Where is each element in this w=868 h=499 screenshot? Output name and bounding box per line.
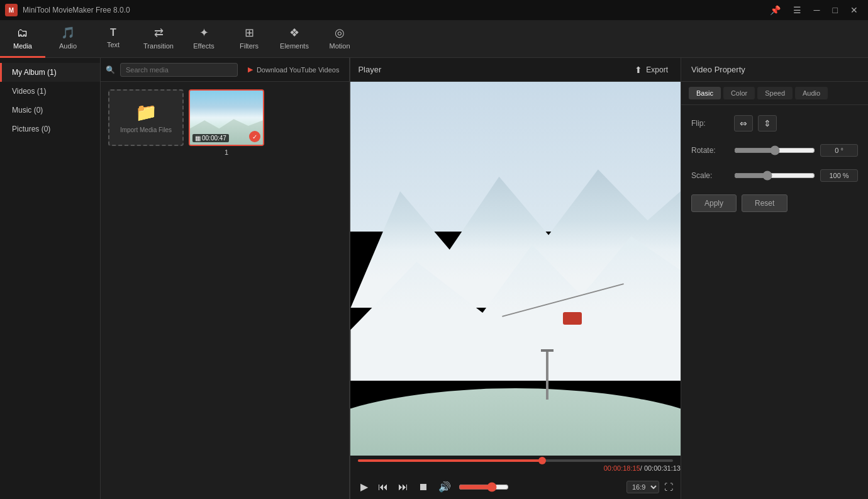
import-label: Import Media Files [120,126,172,133]
transition-icon: ⇄ [154,26,164,40]
flip-vertical-button[interactable]: ⇕ [758,115,777,132]
media-area: My Album (1) Videos (1) Music (0) Pictur… [0,58,349,499]
toolbar-item-filters[interactable]: ⊞ Filters [226,20,272,58]
left-panel: My Album (1) Videos (1) Music (0) Pictur… [0,58,350,499]
sidebar-item-pictures[interactable]: Pictures (0) [0,120,100,138]
media-content: 🔍 ▶ Download YouTube Videos 📁 Import Med… [101,58,349,499]
menu-button[interactable]: ☰ [788,3,806,18]
maximize-button[interactable]: □ [828,3,843,18]
sidebar-item-myalbum[interactable]: My Album (1) [0,63,100,82]
fullscreen-button[interactable]: ⛶ [664,482,673,492]
current-time: 00:00:18:15 [604,464,640,472]
audio-icon: 🎵 [61,26,75,40]
sidebar-item-videos[interactable]: Videos (1) [0,82,100,101]
progress-fill [358,459,542,462]
flip-label: Flip: [691,119,729,128]
play-button[interactable]: ▶ [358,478,370,495]
property-content: Flip: ⇔ ⇕ Rotate: Scale: Apply Reset [681,105,868,499]
filters-icon: ⊞ [245,26,254,40]
toolbar-item-transition[interactable]: ⇄ Transition [136,20,181,58]
media-tile-label-1: 1 [225,149,228,156]
media-icon: 🗂 [17,26,28,40]
toolbar-item-elements[interactable]: ❖ Elements [272,20,317,58]
volume-button[interactable]: 🔊 [436,478,453,495]
close-button[interactable]: ✕ [845,3,863,18]
car-body [563,312,582,325]
property-header: Video Property [681,58,868,82]
volume-slider[interactable] [459,482,509,492]
progress-bar[interactable] [358,459,673,462]
rotate-row: Rotate: [691,144,858,157]
toolbar-label-effects: Effects [193,42,214,50]
player-panel: Player ⬆ Export [350,58,681,499]
toolbar-item-audio[interactable]: 🎵 Audio [45,20,91,58]
video-preview [350,82,681,456]
tab-speed[interactable]: Speed [757,87,793,99]
aspect-ratio-select[interactable]: 16:9 9:16 1:1 4:3 [626,481,659,493]
media-tile-1[interactable]: ▦ 00:00:47 ✓ [189,89,264,146]
export-icon: ⬆ [635,65,642,75]
scale-slider[interactable] [734,171,815,181]
text-icon: T [110,27,116,38]
player-title: Player [358,65,381,74]
pin-button[interactable]: 📌 [765,3,786,18]
toolbar-item-media[interactable]: 🗂 Media [0,20,45,58]
player-controls: ▶ ⏮ ⏭ ⏹ 🔊 16:9 9:16 1:1 4:3 ⛶ [350,474,681,499]
mountains-layer [350,138,681,381]
media-sidebar: My Album (1) Videos (1) Music (0) Pictur… [0,58,101,499]
next-frame-button[interactable]: ⏭ [396,479,411,495]
scale-row: Scale: [691,169,858,182]
toolbar-label-transition: Transition [143,42,174,50]
toolbar-label-media: Media [13,42,32,50]
app-logo: M [5,4,18,16]
stop-button[interactable]: ⏹ [416,479,431,495]
media-tile-wrapper-import: 📁 Import Media Files [108,89,184,156]
sidebar-item-music[interactable]: Music (0) [0,101,100,120]
toolbar-label-filters: Filters [240,42,259,50]
tab-color[interactable]: Color [723,87,755,99]
export-button[interactable]: ⬆ Export [630,62,673,77]
download-youtube-button[interactable]: ▶ Download YouTube Videos [243,63,345,76]
reset-button[interactable]: Reset [742,194,787,212]
toolbar-label-text: Text [107,41,120,48]
effects-icon: ✦ [199,26,209,40]
rotate-slider[interactable] [734,145,815,155]
apply-button[interactable]: Apply [691,194,737,212]
rotate-value[interactable] [820,144,858,157]
clip-selected-check: ✓ [249,131,260,142]
player-video[interactable] [350,82,681,456]
title-bar: M MiniTool MovieMaker Free 8.0.0 📌 ☰ ─ □… [0,0,868,20]
media-tile-wrapper-1: ▦ 00:00:47 ✓ 1 [189,89,264,156]
toolbar-item-text[interactable]: T Text [91,20,136,58]
prev-frame-button[interactable]: ⏮ [376,479,391,495]
minimize-button[interactable]: ─ [809,3,825,18]
player-time-display: 00:00:18:15 / 00:00:31:13 [350,462,681,474]
scale-value[interactable] [820,169,858,182]
media-search-bar: 🔍 ▶ Download YouTube Videos [101,58,349,82]
player-progress-area [350,456,681,462]
search-input[interactable] [120,63,238,77]
window-controls[interactable]: 📌 ☰ ─ □ ✕ [765,3,863,18]
rotate-label: Rotate: [691,146,729,155]
download-yt-label: Download YouTube Videos [257,66,340,74]
toolbar-label-motion: Motion [329,42,350,50]
player-header: Player ⬆ Export [350,58,681,82]
flip-horizontal-button[interactable]: ⇔ [734,115,753,132]
cable-car [563,312,582,325]
elements-icon: ❖ [289,26,299,40]
import-media-tile[interactable]: 📁 Import Media Files [108,89,184,146]
total-time: / 00:00:31:13 [640,464,681,472]
titlebar-left: M MiniTool MovieMaker Free 8.0.0 [5,4,130,16]
tab-audio[interactable]: Audio [795,87,828,99]
toolbar-item-effects[interactable]: ✦ Effects [181,20,226,58]
motion-icon: ◎ [335,26,345,40]
search-icon: 🔍 [106,65,115,74]
youtube-icon: ▶ [248,65,253,74]
property-title: Video Property [691,65,745,74]
clip-duration: ▦ 00:00:47 [192,134,229,142]
right-panel: Video Property Basic Color Speed Audio F… [681,58,868,499]
tab-basic[interactable]: Basic [689,87,721,99]
cable-tower [546,349,548,400]
toolbar-item-motion[interactable]: ◎ Motion [317,20,362,58]
media-grid: 📁 Import Media Files [101,82,349,499]
